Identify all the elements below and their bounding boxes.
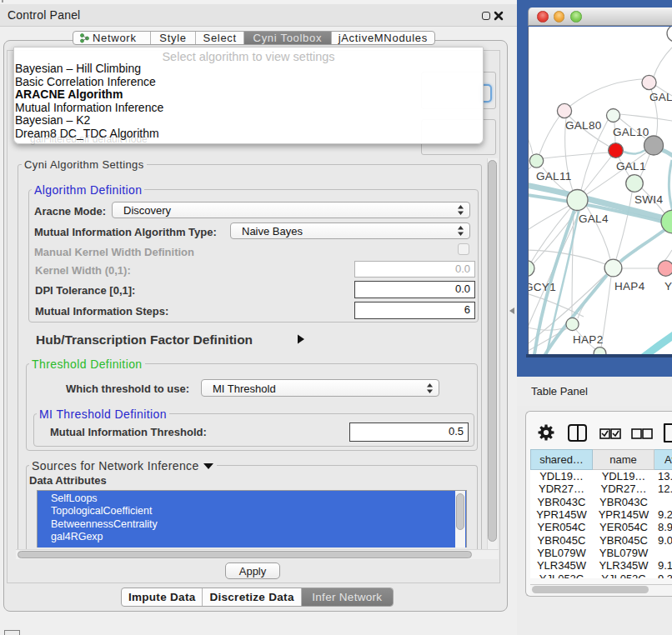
svg-text:GAL4: GAL4 bbox=[579, 212, 609, 225]
svg-text:SWI4: SWI4 bbox=[634, 193, 663, 206]
svg-text:GAL2: GAL2 bbox=[649, 91, 672, 103]
svg-text:GAL1: GAL1 bbox=[616, 160, 646, 172]
svg-text:HAP4: HAP4 bbox=[614, 280, 645, 292]
svg-text:GAL11: GAL11 bbox=[536, 170, 572, 182]
svg-text:GCY1: GCY1 bbox=[528, 281, 556, 293]
svg-text:GAL10: GAL10 bbox=[613, 126, 649, 138]
svg-text:YEL: YEL bbox=[664, 280, 672, 292]
svg-text:GAL80: GAL80 bbox=[565, 119, 602, 132]
svg-text:HAP2: HAP2 bbox=[573, 333, 603, 346]
